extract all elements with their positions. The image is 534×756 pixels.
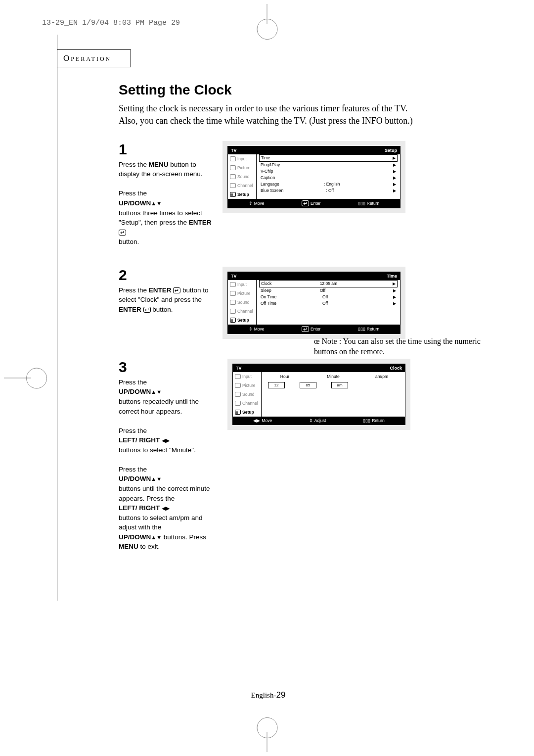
osd-subtitle: Time (387, 274, 397, 279)
t: 29 (276, 690, 285, 700)
input-icon (230, 156, 236, 161)
print-header: 13-29_EN 1/9/04 8:03 PM Page 29 (42, 19, 180, 27)
val-minute: 05 (300, 382, 316, 388)
val-ampm: am (331, 382, 348, 388)
t: Picture (242, 383, 255, 388)
t: ENTER (149, 286, 172, 294)
osd-row: Clock12:05 am▶ (259, 280, 398, 287)
t: UP/DOWN (119, 388, 151, 395)
t: buttons to select "Minute". (119, 446, 196, 454)
intro-line-2: Also, you can check the time while watch… (119, 115, 487, 127)
picture-icon (230, 165, 236, 170)
setup-icon (235, 410, 241, 415)
up-down-icon: ▲▼ (151, 534, 162, 540)
section-box: Operation (57, 49, 131, 67)
t: Setup (242, 410, 254, 415)
enter-icon: ↵ (173, 287, 180, 293)
setup-icon (230, 318, 236, 323)
t: Adjust (314, 418, 326, 423)
crop-mark-bottom (267, 732, 267, 752)
t: Picture (237, 291, 250, 296)
channel-icon (230, 309, 236, 314)
enter-icon: ↵ (143, 307, 151, 313)
osd-screenshot-1: TVSetup Input Picture Sound Channel Setu… (222, 141, 405, 213)
step-text: Press the ENTER ↵ button to select "Cloc… (119, 285, 213, 315)
left-right-icon: ◀▶ (162, 505, 170, 511)
osd-row: SleepOff▶ (259, 287, 398, 294)
t: Enter (311, 201, 320, 206)
osd-row: Blue Screen: Off▶ (259, 188, 398, 194)
t: Press the (119, 466, 147, 473)
osd-title: TV (236, 366, 242, 371)
t: English- (251, 691, 276, 699)
adjust-hint: ⇕ Adjust (309, 418, 326, 423)
t: MENU (149, 161, 169, 168)
channel-icon (230, 183, 236, 188)
osd-row: V-Chip▶ (259, 168, 398, 175)
t: Setup (237, 318, 249, 323)
osd-title: TV (231, 148, 237, 153)
setup-icon (230, 192, 236, 197)
col-ampm: am/pm (365, 374, 399, 379)
t: Note : (322, 337, 343, 345)
picture-icon (230, 291, 236, 296)
page-footer: English-29 (251, 690, 286, 700)
input-icon (235, 374, 241, 379)
osd-row: Language: English▶ (259, 181, 398, 188)
osd-row: Off TimeOff▶ (259, 300, 398, 307)
t: Channel (237, 309, 253, 314)
t: Return (367, 327, 380, 331)
t: ENTER (119, 306, 141, 313)
osd-title: TV (231, 274, 237, 279)
t: buttons. Press (162, 533, 206, 541)
enter-hint: ↵ Enter (302, 326, 320, 332)
osd-subtitle: Clock (390, 366, 402, 371)
step-number: 3 (119, 359, 218, 376)
t: Channel (242, 401, 258, 406)
t: Channel (237, 183, 253, 188)
t: ENTER (189, 219, 212, 226)
t: Press the (119, 378, 147, 386)
t: to exit. (138, 543, 160, 550)
t: Press the (119, 189, 147, 197)
up-down-icon: ▲▼ (151, 476, 162, 482)
enter-icon: ↵ (119, 230, 126, 236)
t: MENU (119, 543, 138, 550)
move-hint: ◀▶ Move (253, 418, 272, 423)
val-hour: 12 (268, 382, 285, 388)
t: Move (254, 201, 265, 206)
side-note: œ Note : You can also set the time using… (314, 336, 492, 357)
t: UP/DOWN (119, 533, 151, 541)
vertical-rule (57, 35, 57, 601)
move-hint: ⇕ Move (249, 200, 265, 206)
intro-line-1: Setting the clock is necessary in order … (119, 103, 487, 114)
osd-row: Plug&Play▶ (259, 162, 398, 168)
col-hour: Hour (268, 374, 302, 379)
note-marker-icon: œ (314, 337, 320, 345)
osd-screenshot-2: TVTime Input Picture Sound Channel Setup… (222, 267, 405, 339)
t: buttons repeatedly until the correct hou… (119, 398, 199, 415)
section-label: Operation (63, 53, 111, 63)
return-hint: ▯▯▯ Return (363, 418, 385, 423)
osd-row: On TimeOff▶ (259, 294, 398, 300)
t: UP/DOWN (119, 475, 151, 482)
t: Return (372, 418, 385, 423)
t: Sound (237, 174, 250, 179)
t: Sound (242, 392, 255, 397)
t: Move (254, 327, 265, 331)
t: Return (367, 201, 380, 206)
sound-icon (235, 392, 241, 397)
t: Press the (119, 427, 147, 434)
t: UP/DOWN (119, 199, 151, 207)
t: Setup (237, 192, 249, 197)
osd-row: Time▶ (259, 154, 398, 162)
t: Enter (311, 327, 320, 331)
return-hint: ▯▯▯ Return (358, 326, 380, 332)
move-hint: ⇕ Move (249, 326, 265, 332)
page-title: Setting the Clock (119, 82, 487, 98)
t: button. (151, 306, 173, 313)
osd-subtitle: Setup (385, 148, 397, 153)
crop-mark-top (267, 4, 267, 24)
return-hint: ▯▯▯ Return (358, 200, 380, 206)
enter-hint: ↵ Enter (302, 200, 320, 206)
